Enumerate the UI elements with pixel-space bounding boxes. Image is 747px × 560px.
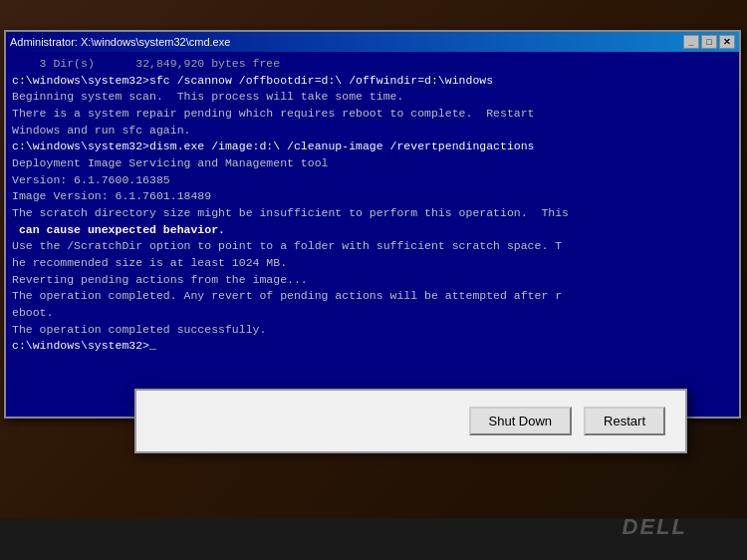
terminal-line: Version: 6.1.7600.16385 xyxy=(12,172,733,189)
terminal-line: Beginning system scan. This process will… xyxy=(12,89,733,106)
terminal-line: c:\windows\system32>_ xyxy=(12,338,733,355)
terminal-line: Deployment Image Servicing and Managemen… xyxy=(12,155,733,172)
terminal-line: The operation completed. Any revert of p… xyxy=(12,288,733,305)
shutdown-button[interactable]: Shut Down xyxy=(469,407,573,435)
restart-button[interactable]: Restart xyxy=(584,407,665,435)
terminal-line: c:\windows\system32>dism.exe /image:d:\ … xyxy=(12,139,733,155)
minimize-button[interactable]: _ xyxy=(683,35,699,49)
desktop: Administrator: X:\windows\system32\cmd.e… xyxy=(0,0,747,560)
terminal-line: The operation completed successfully. xyxy=(12,322,733,339)
terminal-line: 3 Dir(s) 32,849,920 bytes free xyxy=(12,56,733,73)
shutdown-restart-dialog: Shut Down Restart xyxy=(134,389,687,453)
close-button[interactable]: ✕ xyxy=(719,35,735,49)
terminal-line: The scratch directory size might be insu… xyxy=(12,205,733,222)
terminal-line: There is a system repair pending which r… xyxy=(12,106,733,123)
terminal-line: Reverting pending actions from the image… xyxy=(12,272,733,289)
terminal-body: 3 Dir(s) 32,849,920 bytes freec:\windows… xyxy=(6,52,739,417)
terminal-line: c:\windows\system32>sfc /scannow /offboo… xyxy=(12,73,733,90)
terminal-line: can cause unexpected behavior. xyxy=(12,222,733,239)
terminal-line: Windows and run sfc again. xyxy=(12,123,733,140)
window-title: Administrator: X:\windows\system32\cmd.e… xyxy=(10,36,230,48)
title-bar-buttons: _ □ ✕ xyxy=(683,35,735,49)
terminal-line: Image Version: 6.1.7601.18489 xyxy=(12,188,733,205)
title-bar: Administrator: X:\windows\system32\cmd.e… xyxy=(6,32,739,52)
maximize-button[interactable]: □ xyxy=(701,35,717,49)
terminal-line: eboot. xyxy=(12,305,733,322)
bottom-bar: DELL xyxy=(0,518,747,560)
dell-logo: DELL xyxy=(622,514,687,540)
terminal-line: he recommended size is at least 1024 MB. xyxy=(12,255,733,272)
terminal-line: Use the /ScratchDir option to point to a… xyxy=(12,238,733,255)
cmd-window: Administrator: X:\windows\system32\cmd.e… xyxy=(4,30,741,419)
